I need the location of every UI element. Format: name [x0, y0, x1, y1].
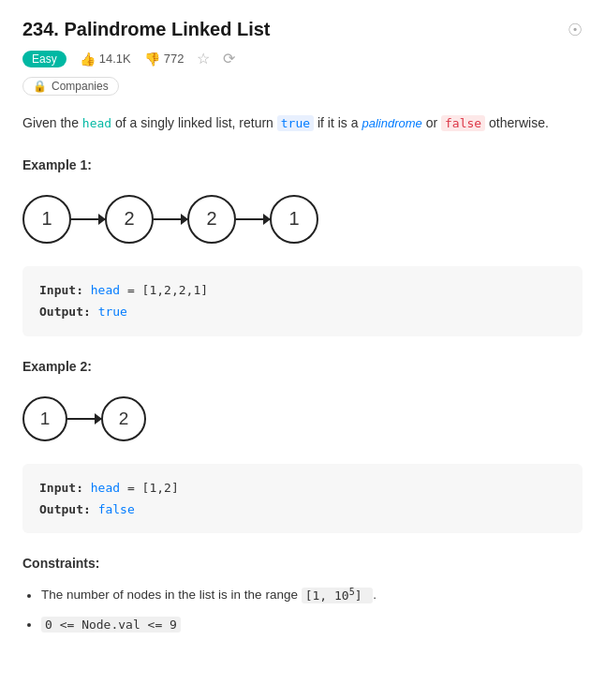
desc-false: false [441, 115, 485, 131]
difficulty-badge: Easy [22, 51, 66, 67]
example2-input-arr: [1,2] [142, 481, 179, 495]
desc-pre: Given the [22, 115, 82, 130]
arrow-3 [236, 218, 270, 220]
dislikes-item: 👎 772 [144, 52, 184, 67]
thumbs-down-icon: 👎 [144, 52, 160, 67]
example2-input-eq: = [127, 481, 142, 495]
companies-row: 🔒 Companies [22, 77, 583, 96]
more-options-icon[interactable]: ☉ [568, 20, 583, 40]
constraints-section: Constraints: The number of nodes in the … [22, 556, 583, 635]
node-1b: 1 [270, 195, 318, 244]
node-2a: 2 [105, 195, 154, 244]
constraint1-range: [1, 105] [302, 588, 374, 603]
likes-item: 👍 14.1K [80, 52, 131, 67]
example1-input-line: Input: head = [1,2,2,1] [39, 279, 566, 301]
lock-icon: 🔒 [33, 80, 47, 93]
example2-output-val: false [98, 502, 135, 516]
title-row: 234. Palindrome Linked List ☉ [22, 19, 583, 40]
constraint1-pre: The number of nodes in the list is in th… [41, 588, 302, 603]
example2-code-block: Input: head = [1,2] Output: false [22, 464, 583, 534]
companies-badge[interactable]: 🔒 Companies [22, 77, 119, 96]
constraints-title: Constraints: [22, 556, 583, 571]
refresh-icon[interactable]: ⟳ [223, 50, 235, 67]
example1-input-eq: = [127, 283, 142, 297]
desc-palindrome: palindrome [362, 116, 421, 130]
node-1a: 1 [22, 195, 71, 244]
example1-section: Example 1: 1 2 2 1 Input: head = [1,2,2,… [22, 157, 583, 336]
example2-input-label: Input: [39, 481, 83, 495]
desc-mid1: of a singly linked list, return [111, 115, 277, 130]
likes-count: 14.1K [99, 52, 131, 66]
arrow-4 [67, 418, 101, 420]
dislikes-count: 772 [164, 52, 184, 66]
example2-diagram: 1 2 [22, 389, 583, 449]
companies-label: Companies [52, 80, 109, 93]
arrow-2 [154, 218, 187, 220]
meta-row: Easy 👍 14.1K 👎 772 ☆ ⟳ [22, 50, 583, 67]
example2-section: Example 2: 1 2 Input: head = [1,2] Outpu… [22, 359, 583, 534]
example1-code-block: Input: head = [1,2,2,1] Output: true [22, 266, 583, 336]
constraint-item-1: The number of nodes in the list is in th… [41, 584, 583, 605]
desc-mid2: if it is a [314, 115, 362, 130]
node-1c: 1 [22, 396, 67, 441]
constraints-list: The number of nodes in the list is in th… [22, 584, 583, 635]
page-title: 234. Palindrome Linked List [22, 19, 271, 40]
example2-output-label: Output: [39, 502, 91, 516]
thumbs-up-icon: 👍 [80, 52, 96, 67]
desc-mid3: or [422, 115, 441, 130]
desc-true: true [277, 115, 314, 131]
example1-output-val: true [98, 305, 127, 319]
example1-title: Example 1: [22, 157, 583, 172]
example2-output-line: Output: false [39, 499, 566, 520]
node-2b: 2 [187, 195, 236, 244]
constraint-item-2: 0 <= Node.val <= 9 [41, 615, 583, 635]
example1-input-val: head [91, 283, 120, 297]
example2-input-line: Input: head = [1,2] [39, 477, 566, 499]
node-2c: 2 [101, 396, 146, 441]
example1-diagram: 1 2 2 1 [22, 187, 583, 251]
example2-title: Example 2: [22, 359, 583, 374]
example1-input-label: Input: [39, 283, 83, 297]
example1-output-label: Output: [39, 305, 91, 319]
example2-input-head: head [91, 481, 120, 495]
desc-mid4: otherwise. [485, 115, 549, 130]
desc-head: head [82, 116, 111, 130]
constraint2-code: 0 <= Node.val <= 9 [41, 617, 181, 633]
example1-output-line: Output: true [39, 301, 566, 322]
arrow-1 [71, 218, 105, 220]
star-icon[interactable]: ☆ [197, 50, 210, 67]
problem-description: Given the head of a singly linked list, … [22, 112, 583, 135]
example1-input-arr: [1,2,2,1] [142, 283, 208, 297]
